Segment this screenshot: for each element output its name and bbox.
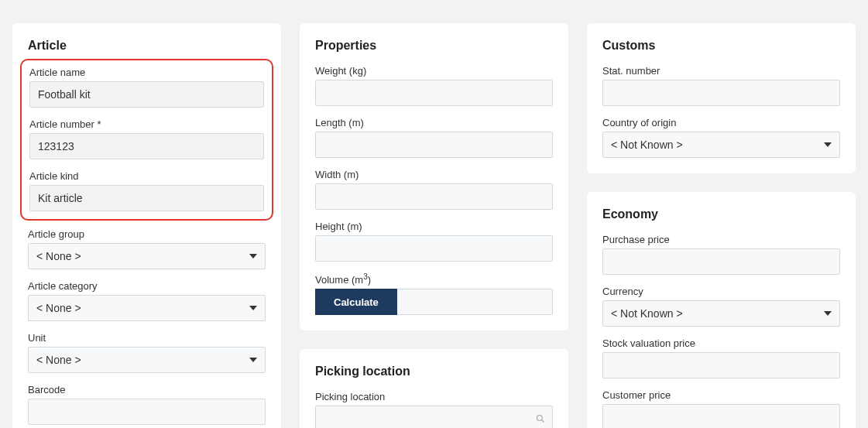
article-unit-label: Unit [28,332,266,344]
article-name-label: Article name [29,67,264,78]
article-number-input[interactable] [29,133,264,159]
country-origin-select[interactable]: < Not Known > [602,132,840,158]
article-kind-select[interactable]: Kit article [29,185,264,211]
height-input[interactable] [315,235,553,262]
width-label: Width (m) [315,169,553,180]
stat-number-label: Stat. number [602,65,840,77]
weight-input[interactable] [315,80,553,106]
article-card: Article Article name Article number * Ar… [12,23,281,428]
stat-number-input[interactable] [602,80,840,106]
weight-label: Weight (kg) [315,65,553,77]
volume-label: Volume (m3) [315,272,553,286]
calculate-button[interactable]: Calculate [315,289,397,315]
economy-card: Economy Purchase price Currency < Not Kn… [587,192,856,428]
width-input[interactable] [315,183,553,210]
length-label: Length (m) [315,117,553,128]
article-unit-select[interactable]: < None > [28,347,266,373]
article-category-select[interactable]: < None > [28,295,266,321]
currency-label: Currency [602,286,840,297]
economy-heading: Economy [602,207,840,221]
properties-card: Properties Weight (kg) Length (m) Width … [300,23,568,330]
stock-valuation-label: Stock valuation price [602,337,840,349]
country-origin-label: Country of origin [602,117,840,128]
length-input[interactable] [315,132,553,158]
picking-location-input[interactable] [315,406,553,428]
article-category-label: Article category [28,280,266,292]
volume-input[interactable] [397,289,553,315]
customs-card: Customs Stat. number Country of origin <… [587,23,856,173]
customs-heading: Customs [602,39,840,53]
height-label: Height (m) [315,221,553,232]
article-name-input[interactable] [29,81,264,108]
purchase-price-label: Purchase price [602,234,840,245]
picking-card: Picking location Picking location [300,349,568,428]
article-kind-label: Article kind [29,170,264,182]
customer-price-label: Customer price [602,389,840,401]
picking-heading: Picking location [315,365,553,378]
article-barcode-input[interactable] [28,399,266,425]
article-heading: Article [28,39,266,53]
stock-valuation-input[interactable] [602,352,840,378]
properties-heading: Properties [315,39,553,53]
picking-location-label: Picking location [315,391,553,402]
customer-price-input[interactable] [602,404,840,428]
article-highlight-box: Article name Article number * Article ki… [20,59,273,221]
purchase-price-input[interactable] [602,248,840,275]
article-barcode-label: Barcode [28,384,266,395]
article-group-select[interactable]: < None > [28,243,266,269]
article-group-label: Article group [28,228,266,240]
currency-select[interactable]: < Not Known > [602,300,840,327]
article-number-label: Article number * [29,118,264,130]
